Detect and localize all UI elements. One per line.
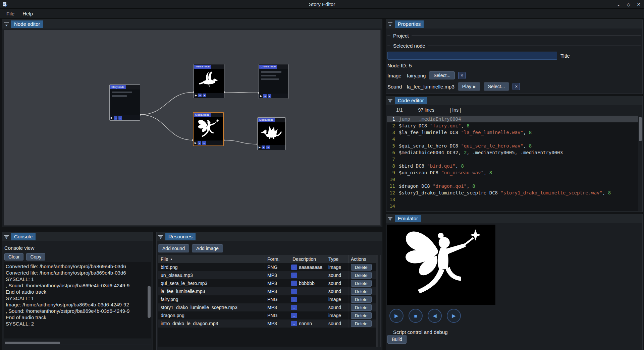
node-prev-button[interactable]: ◂ xyxy=(198,141,201,145)
close-button[interactable]: ✕ xyxy=(636,2,641,7)
column-header-format[interactable]: Form. xyxy=(265,255,290,263)
delete-button[interactable]: Delete xyxy=(351,288,372,295)
console-log[interactable]: Converted file: /home/anthony/ostproj/ba… xyxy=(4,262,151,339)
dock-float-icon[interactable] xyxy=(387,98,393,103)
node-play-icon[interactable]: ▶ xyxy=(259,145,261,149)
code-line[interactable]: 8$bird DC8 "bird.qoi", 8 xyxy=(387,163,638,169)
code-line[interactable]: 1jump .mediaEntry0004 xyxy=(387,116,638,122)
node-play-icon[interactable]: ▶ xyxy=(195,94,197,97)
add-image-button[interactable]: Add image xyxy=(192,244,223,252)
table-row[interactable]: fairy.pngPNG..imageDelete xyxy=(158,295,376,303)
code-area[interactable]: 1jump .mediaEntry00042$fairy DC8 "fairy.… xyxy=(387,116,638,211)
console-vscrollbar[interactable] xyxy=(148,286,151,318)
node-next-button[interactable]: ▸ xyxy=(266,145,270,149)
code-line[interactable]: 13 xyxy=(387,196,638,203)
code-line[interactable]: 11$dragon DC8 "dragon.qoi", 8 xyxy=(387,183,638,189)
sound-select-button[interactable]: Select... xyxy=(484,82,509,91)
play-button[interactable]: ▶ xyxy=(389,309,404,323)
column-header-actions[interactable]: Actions xyxy=(348,255,376,263)
table-row[interactable]: la_fee_luminelle.mp3MP3..soundDelete xyxy=(158,287,376,295)
code-line[interactable]: 4 xyxy=(387,136,638,142)
image-select-button[interactable]: Select... xyxy=(429,71,455,79)
delete-button[interactable]: Delete xyxy=(351,264,372,271)
delete-button[interactable]: Delete xyxy=(351,320,372,327)
panel-title: Emulator xyxy=(395,215,421,222)
sound-clear-button[interactable]: ✕ xyxy=(513,83,520,90)
build-button[interactable]: Build xyxy=(387,335,407,344)
node-play-icon[interactable]: ▶ xyxy=(195,141,197,145)
maximize-button[interactable]: ◇ xyxy=(626,2,631,7)
code-scrollbar[interactable] xyxy=(639,116,642,211)
node-play-icon[interactable]: ▶ xyxy=(111,116,113,120)
description-edit-button[interactable]: .. xyxy=(291,273,297,278)
delete-button[interactable]: Delete xyxy=(351,272,372,279)
node-prev-button[interactable]: ◂ xyxy=(198,94,202,97)
node-canvas[interactable]: Story node▶◂▸Media node▶◂▸Choice node▶◂▸… xyxy=(4,30,381,226)
node-next-button[interactable]: ▸ xyxy=(202,141,206,145)
node-prev-button[interactable]: ◂ xyxy=(262,145,265,149)
menu-file[interactable]: File xyxy=(3,9,18,18)
description-edit-button[interactable]: .. xyxy=(291,321,297,326)
table-row[interactable]: dragon.pngPNG..imageDelete xyxy=(158,311,376,319)
code-line[interactable]: 2$fairy DC8 "fairy.qoi", 8 xyxy=(387,122,638,129)
table-row[interactable]: qui_sera_le_hero.mp3MP3..bbbbbbsoundDele… xyxy=(158,279,376,287)
scrollbar-handle[interactable] xyxy=(639,117,642,141)
title-input[interactable] xyxy=(387,52,557,60)
step-back-button[interactable]: ◀ xyxy=(428,309,442,323)
code-line[interactable]: 3$la_fee_luminelle DC8 "la_fee_luminelle… xyxy=(387,129,638,136)
node-story[interactable]: Story node▶◂▸ xyxy=(109,84,140,121)
code-line[interactable]: 9$un_oiseau DC8 "un_oiseau.wav", 8 xyxy=(387,169,638,176)
table-row[interactable]: un_oiseau.mp3MP3..soundDelete xyxy=(158,271,376,279)
dock-float-icon[interactable] xyxy=(387,21,393,27)
menu-help[interactable]: Help xyxy=(19,9,37,18)
dock-float-icon[interactable] xyxy=(387,216,393,221)
sound-play-button[interactable]: Play ▶ xyxy=(458,82,480,91)
code-line[interactable]: 15 --------------- Text Transition -----… xyxy=(387,210,638,211)
scrollbar-handle[interactable] xyxy=(5,342,60,344)
console-hscrollbar[interactable] xyxy=(4,341,151,345)
node-play-icon[interactable]: ▶ xyxy=(260,94,262,98)
table-row[interactable]: story1_drako_luminelle_sceptre.mp3MP3..s… xyxy=(158,303,376,311)
delete-button[interactable]: Delete xyxy=(351,280,372,287)
dock-float-icon[interactable] xyxy=(4,234,9,239)
image-clear-button[interactable]: ✕ xyxy=(458,72,466,79)
dock-float-icon[interactable] xyxy=(4,21,9,27)
description-edit-button[interactable]: .. xyxy=(291,289,297,294)
stop-button[interactable]: ■ xyxy=(409,309,423,323)
step-forward-button[interactable]: ▶ xyxy=(447,309,461,323)
description-edit-button[interactable]: .. xyxy=(291,305,297,310)
node-prev-button[interactable]: ◂ xyxy=(263,94,267,98)
copy-button[interactable]: Copy xyxy=(26,253,45,260)
table-row[interactable]: intro_drako_le_dragon.mp3MP3..nnnnnsound… xyxy=(158,319,376,328)
description-edit-button[interactable]: .. xyxy=(291,313,297,318)
resources-scrollbar[interactable] xyxy=(377,255,381,347)
code-line[interactable]: 10 xyxy=(387,176,638,183)
node-choice[interactable]: Choice node▶◂▸ xyxy=(259,64,288,99)
add-sound-button[interactable]: Add sound xyxy=(158,244,189,252)
column-header-description[interactable]: Description xyxy=(290,255,326,263)
code-line[interactable]: 5$qui_sera_le_hero DC8 "qui_sera_le_hero… xyxy=(387,142,638,149)
description-edit-button[interactable]: .. xyxy=(291,281,297,286)
code-line[interactable]: 7 xyxy=(387,156,638,163)
column-header-type[interactable]: Type xyxy=(326,255,348,263)
description-edit-button[interactable]: .. xyxy=(291,265,297,270)
delete-button[interactable]: Delete xyxy=(351,296,372,303)
dock-float-icon[interactable] xyxy=(158,234,163,239)
node-next-button[interactable]: ▸ xyxy=(268,94,271,98)
table-row[interactable]: bird.pngPNG..aaaaaaaaaimageDelete xyxy=(158,263,376,271)
delete-button[interactable]: Delete xyxy=(351,304,372,311)
column-header-file[interactable]: File▲ xyxy=(158,255,265,263)
node-bird[interactable]: Media node▶◂▸ xyxy=(194,64,224,98)
description-edit-button[interactable]: .. xyxy=(291,297,297,302)
shade-button[interactable]: ⌄ xyxy=(616,2,621,7)
node-fairy[interactable]: Media node▶◂▸ xyxy=(193,112,224,146)
code-line[interactable]: 6$mediaChoice0004 DC32, 2, .mediaEntry00… xyxy=(387,149,638,156)
code-line[interactable]: 12$story1_drako_luminelle_sceptre DC8 "s… xyxy=(387,189,638,196)
delete-button[interactable]: Delete xyxy=(351,312,372,319)
node-next-button[interactable]: ▸ xyxy=(203,94,206,97)
node-prev-button[interactable]: ◂ xyxy=(114,116,117,120)
clear-button[interactable]: Clear xyxy=(4,253,23,260)
code-line[interactable]: 14 xyxy=(387,203,638,210)
node-next-button[interactable]: ▸ xyxy=(118,116,122,120)
node-dragon[interactable]: Media node▶◂▸ xyxy=(257,117,286,150)
